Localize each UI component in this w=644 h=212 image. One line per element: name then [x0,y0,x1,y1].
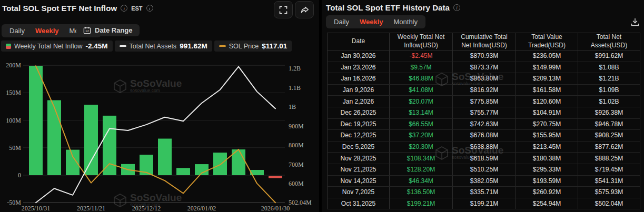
calendar-icon: 12 [83,26,91,34]
info-icon[interactable] [121,5,127,12]
value-cell: $260.92M [516,187,578,198]
legend-weekly-inflow[interactable]: Weekly Total Net Inflow -2.45M [1,41,113,52]
svg-text:200M: 200M [6,62,21,69]
date-cell: Nov 7,2025 [328,187,390,198]
download-button[interactable] [629,16,641,28]
table-row: Nov 7,2025$136.50M$335.71M$260.92M$575.9… [328,187,640,198]
inflow-bar[interactable] [29,66,43,175]
inflow-bar-icon [6,44,11,49]
value-cell: $66.55M [390,118,453,130]
value-cell: $946.78M [578,118,640,130]
table-row: Dec 5,2025$20.30M$638.88M$213.45M$877.62… [328,141,640,153]
svg-text:900M: 900M [289,123,304,130]
svg-text:1.2B: 1.2B [289,65,301,72]
svg-text:502.04M: 502.04M [289,199,312,206]
right-axis-labels: 1.2B1.1B1B900M800M700M600M502.04M [289,65,312,206]
svg-text:2026/01/30: 2026/01/30 [261,205,290,212]
svg-text:800M: 800M [289,142,304,149]
inflow-bar[interactable] [47,100,61,175]
share-icon [300,6,309,14]
net-inflow-chart[interactable]: 200M150M100M50M0-50M1.2B1.1B1B900M800M70… [0,53,319,212]
svg-text:2025/12/12: 2025/12/12 [132,205,161,212]
value-cell: $136.50M [390,187,453,198]
date-cell: Dec 26,2025 [328,107,390,118]
date-range-button[interactable]: 12 Date Range [76,24,140,36]
value-cell: $199.21M [453,198,516,209]
tab-daily[interactable]: Daily [329,17,354,26]
inflow-bar[interactable] [176,168,190,175]
value-cell: $1.08B [578,62,640,73]
value-cell: $20.07M [390,96,453,107]
column-header: Date [328,33,390,51]
value-cell: $108.34M [390,153,453,164]
value-cell: $742.63M [453,118,516,130]
value-cell: $618.59M [453,153,516,164]
value-cell: $719.45M [578,164,640,175]
value-cell: $180.38M [516,153,578,164]
inflow-bar[interactable] [213,153,227,175]
table-row: Nov 14,2025$46.34M$382.05M$193.59M$541.3… [328,175,640,187]
history-data-panel: Total SOL Spot ETF History Data Daily We… [322,0,644,212]
table-row: Jan 30,2026-$2.45M$870.93M$236.05M$991.6… [328,51,640,62]
date-cell: Jan 9,2026 [328,84,390,96]
tab-weekly[interactable]: Weekly [355,17,388,26]
date-cell: Oct 31,2025 [328,198,390,209]
table-row: Jan 9,2026$41.08M$816.92M$161.58M$1.09B [328,84,640,96]
value-cell: $1.21B [578,73,640,85]
fullscreen-button[interactable] [274,1,293,18]
table-row: Jan 16,2026$46.88M$863.80M$209.13M$1.21B [328,73,640,85]
legend-total-net-assets[interactable]: Total Net Assets 991.62M [115,41,212,52]
total-net-assets-line[interactable] [36,67,275,203]
table-row: Jan 23,2026$9.57M$873.37M$149.99M$1.08B [328,62,640,73]
value-cell: $870.93M [453,51,516,62]
svg-text:700M: 700M [289,161,304,168]
svg-text:150M: 150M [6,89,21,96]
tab-daily[interactable]: Daily [5,26,29,35]
value-cell: $213.45M [516,141,578,153]
value-cell: $120.60M [516,96,578,107]
value-cell: $888.25M [578,153,640,164]
inflow-bars[interactable] [29,66,282,178]
page-title: Total SOL Spot ETF Net Inflow [2,4,117,13]
svg-text:2026/01/02: 2026/01/02 [187,205,216,212]
share-button[interactable] [295,1,314,18]
inflow-bar[interactable] [103,116,116,175]
value-cell: $541.31M [578,175,640,187]
tab-monthly[interactable]: Monthly [389,17,422,26]
value-cell: $295.33M [516,164,578,175]
fullscreen-icon [279,6,288,14]
date-cell: Dec 12,2025 [328,130,390,142]
est-label: EST [131,5,142,12]
date-cell: Jan 16,2026 [328,73,390,85]
value-cell: $775.85M [453,96,516,107]
value-cell: $335.71M [453,187,516,198]
info-icon[interactable] [146,5,153,12]
value-cell: $638.88M [453,141,516,153]
legend-value: -2.45M [85,42,107,50]
inflow-bar[interactable] [84,105,98,175]
x-axis-labels: 2025/10/312025/11/212025/12/122026/01/02… [22,205,290,212]
value-cell: -$2.45M [390,51,453,62]
svg-text:1.1B: 1.1B [289,84,301,92]
column-header: Weekly Total Net Inflow(USD) [390,33,453,51]
svg-text:0: 0 [18,171,21,179]
sol-price-line[interactable] [36,66,275,203]
legend-value: 991.62M [180,42,207,50]
legend-sol-price[interactable]: SOL Price $117.01 [214,41,292,52]
value-cell: $128.20M [390,164,453,175]
date-cell: Nov 28,2025 [328,153,390,164]
date-cell: Nov 21,2025 [328,164,390,175]
inflow-bar[interactable] [269,176,282,178]
value-cell: $41.08M [390,84,453,96]
tab-weekly[interactable]: Weekly [31,26,64,35]
inflow-bar[interactable] [158,139,172,175]
gridlines [23,65,285,203]
column-header: Total Value Traded(USD) [516,33,578,51]
table-row: Dec 12,2025$37.20M$676.08M$155.95M$908.2… [328,130,640,142]
value-cell: $991.62M [578,51,640,62]
table-row: Nov 28,2025$108.34M$618.59M$180.38M$888.… [328,153,640,164]
price-line-icon [219,45,226,47]
value-cell: $209.13M [516,73,578,85]
history-interval-tabs: Daily Weekly Monthly [326,15,425,28]
info-icon[interactable] [453,4,460,11]
